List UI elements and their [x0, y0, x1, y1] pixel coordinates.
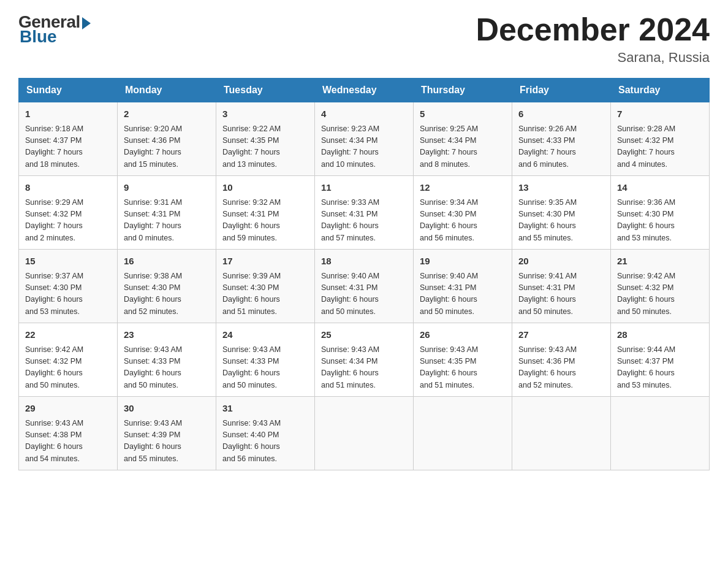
calendar-cell: 24Sunrise: 9:43 AMSunset: 4:33 PMDayligh…: [216, 323, 315, 397]
day-number: 29: [25, 402, 111, 416]
day-number: 7: [617, 107, 703, 121]
calendar-cell: 27Sunrise: 9:43 AMSunset: 4:36 PMDayligh…: [512, 323, 611, 397]
calendar-cell: 3Sunrise: 9:22 AMSunset: 4:35 PMDaylight…: [216, 102, 315, 176]
day-number: 11: [321, 181, 407, 195]
day-info: Sunrise: 9:40 AMSunset: 4:31 PMDaylight:…: [420, 270, 506, 318]
calendar-cell: 30Sunrise: 9:43 AMSunset: 4:39 PMDayligh…: [118, 397, 216, 470]
calendar-cell: 25Sunrise: 9:43 AMSunset: 4:34 PMDayligh…: [315, 323, 414, 397]
calendar-table: Sunday Monday Tuesday Wednesday Thursday…: [18, 78, 710, 470]
day-number: 14: [617, 181, 703, 195]
week-row-5: 29Sunrise: 9:43 AMSunset: 4:38 PMDayligh…: [19, 397, 710, 470]
day-info: Sunrise: 9:23 AMSunset: 4:34 PMDaylight:…: [321, 123, 407, 171]
calendar-cell: 11Sunrise: 9:33 AMSunset: 4:31 PMDayligh…: [315, 176, 414, 250]
col-tuesday: Tuesday: [216, 79, 315, 102]
col-friday: Friday: [512, 79, 611, 102]
calendar-cell: 29Sunrise: 9:43 AMSunset: 4:38 PMDayligh…: [19, 397, 118, 470]
logo-arrow-icon: [82, 17, 91, 29]
calendar-cell: [512, 397, 611, 470]
day-info: Sunrise: 9:35 AMSunset: 4:30 PMDaylight:…: [518, 197, 604, 245]
week-row-4: 22Sunrise: 9:42 AMSunset: 4:32 PMDayligh…: [19, 323, 710, 397]
day-number: 20: [518, 255, 604, 269]
day-info: Sunrise: 9:42 AMSunset: 4:32 PMDaylight:…: [25, 344, 111, 392]
page-header: General Blue December 2024 Sarana, Russi…: [18, 12, 710, 66]
day-info: Sunrise: 9:33 AMSunset: 4:31 PMDaylight:…: [321, 197, 407, 245]
day-number: 12: [420, 181, 506, 195]
calendar-cell: 13Sunrise: 9:35 AMSunset: 4:30 PMDayligh…: [512, 176, 611, 250]
day-info: Sunrise: 9:31 AMSunset: 4:31 PMDaylight:…: [124, 197, 210, 245]
calendar-cell: [315, 397, 414, 470]
day-number: 6: [518, 107, 604, 121]
day-info: Sunrise: 9:43 AMSunset: 4:34 PMDaylight:…: [321, 344, 407, 392]
day-info: Sunrise: 9:43 AMSunset: 4:38 PMDaylight:…: [25, 418, 111, 465]
calendar-header-row: Sunday Monday Tuesday Wednesday Thursday…: [19, 79, 710, 102]
day-number: 28: [617, 328, 703, 342]
day-info: Sunrise: 9:43 AMSunset: 4:33 PMDaylight:…: [222, 344, 308, 392]
col-wednesday: Wednesday: [315, 79, 414, 102]
calendar-cell: 31Sunrise: 9:43 AMSunset: 4:40 PMDayligh…: [216, 397, 315, 470]
calendar-cell: 18Sunrise: 9:40 AMSunset: 4:31 PMDayligh…: [315, 250, 414, 323]
day-info: Sunrise: 9:37 AMSunset: 4:30 PMDaylight:…: [25, 270, 111, 318]
col-thursday: Thursday: [414, 79, 512, 102]
calendar-cell: 5Sunrise: 9:25 AMSunset: 4:34 PMDaylight…: [414, 102, 512, 176]
day-number: 8: [25, 181, 111, 195]
day-number: 15: [25, 255, 111, 269]
month-title: December 2024: [476, 12, 710, 47]
calendar-cell: 22Sunrise: 9:42 AMSunset: 4:32 PMDayligh…: [19, 323, 118, 397]
day-info: Sunrise: 9:43 AMSunset: 4:35 PMDaylight:…: [420, 344, 506, 392]
day-info: Sunrise: 9:43 AMSunset: 4:39 PMDaylight:…: [124, 418, 210, 465]
day-info: Sunrise: 9:43 AMSunset: 4:33 PMDaylight:…: [124, 344, 210, 392]
calendar-cell: 26Sunrise: 9:43 AMSunset: 4:35 PMDayligh…: [414, 323, 512, 397]
calendar-cell: 16Sunrise: 9:38 AMSunset: 4:30 PMDayligh…: [118, 250, 216, 323]
col-monday: Monday: [118, 79, 216, 102]
calendar-cell: 28Sunrise: 9:44 AMSunset: 4:37 PMDayligh…: [611, 323, 710, 397]
location-subtitle: Sarana, Russia: [476, 50, 710, 66]
day-info: Sunrise: 9:20 AMSunset: 4:36 PMDaylight:…: [124, 123, 210, 171]
day-number: 4: [321, 107, 407, 121]
day-number: 5: [420, 107, 506, 121]
day-info: Sunrise: 9:28 AMSunset: 4:32 PMDaylight:…: [617, 123, 703, 171]
calendar-cell: 10Sunrise: 9:32 AMSunset: 4:31 PMDayligh…: [216, 176, 315, 250]
day-info: Sunrise: 9:32 AMSunset: 4:31 PMDaylight:…: [222, 197, 308, 245]
calendar-cell: 2Sunrise: 9:20 AMSunset: 4:36 PMDaylight…: [118, 102, 216, 176]
calendar-cell: 21Sunrise: 9:42 AMSunset: 4:32 PMDayligh…: [611, 250, 710, 323]
calendar-cell: 1Sunrise: 9:18 AMSunset: 4:37 PMDaylight…: [19, 102, 118, 176]
calendar-cell: 9Sunrise: 9:31 AMSunset: 4:31 PMDaylight…: [118, 176, 216, 250]
day-info: Sunrise: 9:18 AMSunset: 4:37 PMDaylight:…: [25, 123, 111, 171]
calendar-cell: 23Sunrise: 9:43 AMSunset: 4:33 PMDayligh…: [118, 323, 216, 397]
calendar-cell: 6Sunrise: 9:26 AMSunset: 4:33 PMDaylight…: [512, 102, 611, 176]
day-number: 24: [222, 328, 308, 342]
calendar-cell: 19Sunrise: 9:40 AMSunset: 4:31 PMDayligh…: [414, 250, 512, 323]
calendar-cell: 8Sunrise: 9:29 AMSunset: 4:32 PMDaylight…: [19, 176, 118, 250]
day-number: 13: [518, 181, 604, 195]
day-info: Sunrise: 9:43 AMSunset: 4:36 PMDaylight:…: [518, 344, 604, 392]
day-number: 10: [222, 181, 308, 195]
calendar-cell: 4Sunrise: 9:23 AMSunset: 4:34 PMDaylight…: [315, 102, 414, 176]
calendar-cell: 12Sunrise: 9:34 AMSunset: 4:30 PMDayligh…: [414, 176, 512, 250]
day-number: 31: [222, 402, 308, 416]
week-row-2: 8Sunrise: 9:29 AMSunset: 4:32 PMDaylight…: [19, 176, 710, 250]
day-info: Sunrise: 9:34 AMSunset: 4:30 PMDaylight:…: [420, 197, 506, 245]
day-info: Sunrise: 9:36 AMSunset: 4:30 PMDaylight:…: [617, 197, 703, 245]
day-info: Sunrise: 9:38 AMSunset: 4:30 PMDaylight:…: [124, 270, 210, 318]
calendar-cell: [611, 397, 710, 470]
day-number: 23: [124, 328, 210, 342]
day-number: 22: [25, 328, 111, 342]
calendar-cell: 17Sunrise: 9:39 AMSunset: 4:30 PMDayligh…: [216, 250, 315, 323]
title-section: December 2024 Sarana, Russia: [476, 12, 710, 66]
calendar-cell: 20Sunrise: 9:41 AMSunset: 4:31 PMDayligh…: [512, 250, 611, 323]
day-info: Sunrise: 9:40 AMSunset: 4:31 PMDaylight:…: [321, 270, 407, 318]
day-number: 19: [420, 255, 506, 269]
calendar-cell: 15Sunrise: 9:37 AMSunset: 4:30 PMDayligh…: [19, 250, 118, 323]
day-number: 27: [518, 328, 604, 342]
day-info: Sunrise: 9:44 AMSunset: 4:37 PMDaylight:…: [617, 344, 703, 392]
day-info: Sunrise: 9:43 AMSunset: 4:40 PMDaylight:…: [222, 418, 308, 465]
logo: General Blue: [18, 12, 91, 47]
col-saturday: Saturday: [611, 79, 710, 102]
day-info: Sunrise: 9:29 AMSunset: 4:32 PMDaylight:…: [25, 197, 111, 245]
calendar-cell: 14Sunrise: 9:36 AMSunset: 4:30 PMDayligh…: [611, 176, 710, 250]
day-number: 17: [222, 255, 308, 269]
day-number: 30: [124, 402, 210, 416]
day-number: 3: [222, 107, 308, 121]
week-row-1: 1Sunrise: 9:18 AMSunset: 4:37 PMDaylight…: [19, 102, 710, 176]
day-info: Sunrise: 9:41 AMSunset: 4:31 PMDaylight:…: [518, 270, 604, 318]
